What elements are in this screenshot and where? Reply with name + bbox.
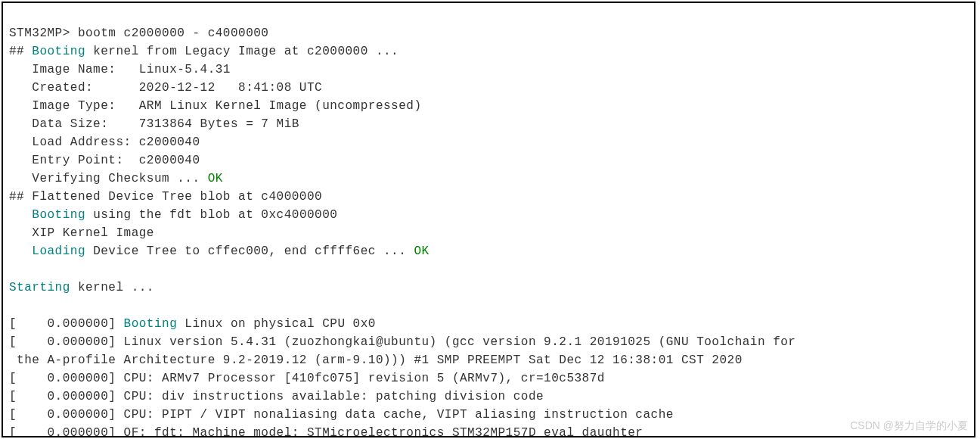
prompt: STM32MP> xyxy=(9,26,70,40)
command-text: bootm c2000000 - c4000000 xyxy=(78,26,269,40)
terminal-output: STM32MP> bootm c2000000 - c4000000 ## Bo… xyxy=(2,2,975,437)
output-lines: ## Booting kernel from Legacy Image at c… xyxy=(9,42,968,437)
